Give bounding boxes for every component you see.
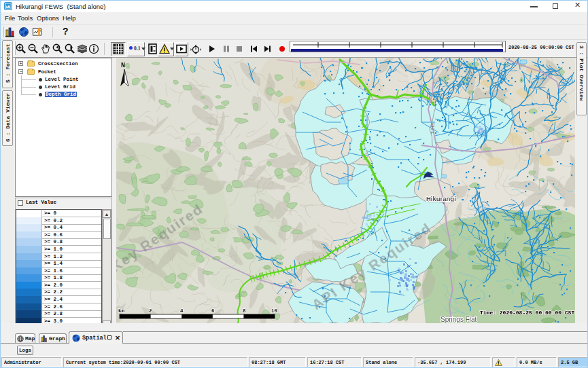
svg-text:10: 10 xyxy=(271,308,278,314)
svg-text:Time: 2020-08-25 00:00:00 CST: Time: 2020-08-25 00:00:00 CST xyxy=(480,310,574,316)
svg-text:Hikurangi: Hikurangi xyxy=(426,195,456,202)
svg-text:km: km xyxy=(118,308,125,314)
svg-text:2: 2 xyxy=(149,308,152,314)
svg-text:4: 4 xyxy=(180,308,184,314)
svg-text:SH 1: SH 1 xyxy=(430,122,436,134)
svg-text:8: 8 xyxy=(243,308,246,314)
svg-text:6: 6 xyxy=(211,308,215,314)
svg-text:Springs Flat: Springs Flat xyxy=(440,316,477,323)
svg-text:N: N xyxy=(121,62,125,69)
